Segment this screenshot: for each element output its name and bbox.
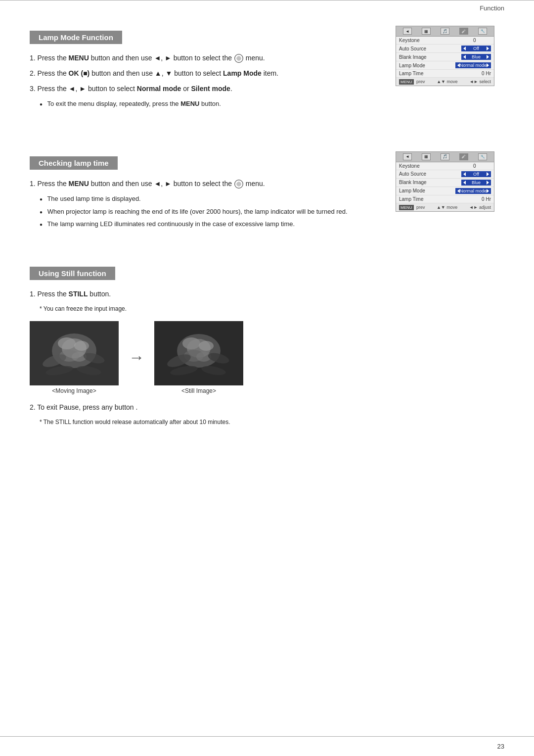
section-still-function: Using Still function 1. Press the STILL … [30, 262, 504, 426]
svg-point-6 [74, 341, 89, 351]
svg-point-16 [182, 337, 200, 349]
menu-icon-1: ◄ [403, 28, 412, 35]
bottom-bar: 23 [0, 736, 534, 756]
page-header-title: Function [480, 4, 504, 12]
menu-icon-2-2: ▦ [422, 153, 431, 160]
menu-header-1: ◄ ▦ 🎵 🖋 🔧 [396, 26, 494, 37]
menu-icon-2-1: ◄ [403, 153, 412, 160]
menu-icon-4-selected: 🖋 [459, 28, 468, 35]
menu-icon-2-3: 🎵 [441, 153, 449, 160]
menu-mockup-1: ◄ ▦ 🎵 🖋 🔧 Keystone 0 Auto Source Off [396, 26, 494, 86]
section2-bullet1: The used lamp time is displayed. [40, 194, 504, 204]
section-lamp-time: Checking lamp time ◄ ▦ 🎵 🖋 🔧 Keystone 0 … [30, 151, 504, 242]
arrow-icon: → [129, 348, 144, 367]
section1-bullet: To exit the menu display, repeatedly, pr… [40, 99, 504, 109]
section3-note2: * The STILL function would release autom… [40, 418, 504, 426]
moving-image-box [30, 321, 119, 385]
section2-bullet3: The lamp warning LED illuminates red con… [40, 219, 504, 229]
menu-icon-5: 🔧 [478, 28, 487, 35]
section2-title: Checking lamp time [30, 156, 118, 170]
menu-row-blankimage-1: Blank Image Blue [396, 53, 494, 61]
moving-image-container: <Moving Image> [30, 321, 119, 394]
bottom-area: 23 [0, 736, 534, 756]
menu-icon-2-5: 🔧 [478, 153, 487, 160]
menu-row-autosource-2: Auto Source Off [396, 170, 494, 179]
page-content: Lamp Mode Function ◄ ▦ 🎵 🖋 🔧 Keystone 0 … [0, 16, 534, 476]
page-number: 23 [497, 743, 504, 750]
spacer-2 [30, 232, 504, 242]
menu-footer-1: MENU prev ▲▼ move ◄► select [396, 78, 494, 86]
section3-step2: 2. To exit Pause, press any button . [30, 402, 504, 413]
moving-image-svg [30, 321, 119, 385]
section3-note1: * You can freeze the input image. [40, 304, 504, 313]
spacer-1 [30, 112, 504, 132]
menu-icon-2-4-selected: 🖋 [459, 153, 468, 160]
svg-point-5 [58, 337, 76, 349]
menu-icon-3: 🎵 [441, 28, 449, 35]
still-image-svg [154, 321, 243, 385]
section3-step1: 1. Press the STILL button. [30, 289, 504, 299]
menu-row-blankimage-2: Blank Image Blue [396, 179, 494, 187]
menu-icon-2: ▦ [422, 28, 431, 35]
menu-row-lampmode-1: Lamp Mode Normal mode [396, 61, 494, 70]
section2-bullet2: When projector lamp is reaching the end … [40, 207, 504, 217]
menu-header-2: ◄ ▦ 🎵 🖋 🔧 [396, 152, 494, 162]
still-image-box [154, 321, 243, 385]
images-row: <Moving Image> → [30, 321, 504, 394]
still-image-caption: <Still Image> [154, 387, 243, 394]
svg-point-17 [199, 341, 214, 351]
section1-title: Lamp Mode Function [30, 31, 122, 44]
menu-row-lamptime-1: Lamp Time 0 Hr [396, 70, 494, 78]
menu-row-keystone-2: Keystone 0 [396, 162, 494, 170]
section3-title: Using Still function [30, 267, 115, 280]
moving-image-caption: <Moving Image> [30, 387, 119, 394]
still-image-container: <Still Image> [154, 321, 243, 394]
section-lamp-mode: Lamp Mode Function ◄ ▦ 🎵 🖋 🔧 Keystone 0 … [30, 26, 504, 132]
top-bar: Function [0, 0, 534, 16]
menu-row-autosource-1: Auto Source Off [396, 45, 494, 53]
menu-row-keystone-1: Keystone 0 [396, 37, 494, 45]
